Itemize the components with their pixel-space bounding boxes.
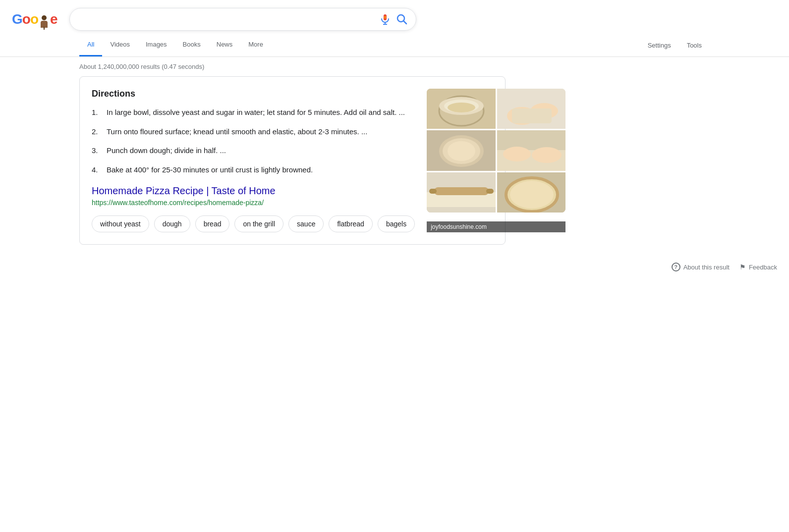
recipe-url: https://www.tasteofhome.com/recipes/home…: [92, 199, 415, 207]
svg-rect-25: [434, 187, 489, 195]
step-num-4: 4.: [92, 164, 102, 176]
footer: ? About this result ⚑ Feedback: [0, 255, 789, 279]
step-text-4: Bake at 400° for 25-30 minutes or until …: [107, 164, 313, 176]
step-4: 4. Bake at 400° for 25-30 minutes or unt…: [92, 164, 415, 176]
pill-sauce[interactable]: sauce: [288, 215, 324, 232]
step-1: 1. In large bowl, dissolve yeast and sug…: [92, 107, 415, 118]
recipe-image-3: [427, 130, 496, 170]
recipe-image-2: [497, 89, 566, 129]
tab-books[interactable]: Books: [175, 34, 209, 56]
step-text-1: In large bowl, dissolve yeast and sugar …: [107, 107, 405, 118]
svg-rect-14: [512, 108, 552, 123]
pill-bagels[interactable]: bagels: [378, 215, 415, 232]
recipe-images: joyfoodsunshine.com: [427, 89, 565, 232]
feedback-button[interactable]: ⚑ Feedback: [739, 263, 777, 271]
feedback-label: Feedback: [749, 264, 777, 271]
svg-rect-26: [429, 189, 437, 194]
recipe-image-5: [427, 172, 496, 213]
svg-point-10: [448, 103, 475, 112]
tools-link[interactable]: Tools: [679, 35, 710, 56]
step-num-2: 2.: [92, 126, 102, 138]
voice-search-icon[interactable]: [379, 13, 391, 25]
tab-images[interactable]: Images: [138, 34, 175, 56]
related-pills: without yeast dough bread on the grill s…: [92, 215, 415, 232]
step-3: 3. Punch down dough; divide in half. ...: [92, 145, 415, 157]
header: G o o e how to make pizza: [0, 0, 789, 31]
recipe-title-link[interactable]: Homemade Pizza Recipe | Taste of Home: [92, 185, 276, 196]
logo-g: G: [12, 11, 22, 27]
card-content: Directions 1. In large bowl, dissolve ye…: [92, 89, 415, 232]
directions-title: Directions: [92, 89, 415, 99]
svg-point-21: [503, 147, 531, 161]
svg-point-18: [448, 141, 475, 161]
recipe-image-6: [497, 172, 566, 213]
svg-line-5: [404, 21, 407, 24]
search-bar-container: how to make pizza: [69, 8, 416, 31]
about-this-result[interactable]: ? About this result: [672, 263, 730, 271]
pill-flatbread[interactable]: flatbread: [329, 215, 372, 232]
main-content: Directions 1. In large bowl, dissolve ye…: [0, 76, 545, 245]
logo-person-icon: [39, 11, 50, 28]
logo-o1: o: [22, 11, 30, 27]
recipe-image-1: [427, 89, 496, 129]
recipe-image-4: [497, 130, 566, 170]
pill-dough[interactable]: dough: [154, 215, 190, 232]
tab-videos[interactable]: Videos: [102, 34, 138, 56]
search-submit-icon[interactable]: [396, 13, 408, 25]
search-bar: how to make pizza: [69, 8, 416, 31]
svg-rect-3: [384, 16, 386, 19]
svg-point-30: [510, 181, 554, 209]
step-num-3: 3.: [92, 145, 102, 157]
results-count: About 1,240,000,000 results (0.47 second…: [0, 57, 789, 76]
svg-rect-27: [486, 189, 494, 194]
step-2: 2. Turn onto floured surface; knead unti…: [92, 126, 415, 138]
search-input[interactable]: how to make pizza: [78, 15, 374, 24]
svg-point-22: [532, 147, 562, 163]
step-text-3: Punch down dough; divide in half. ...: [107, 145, 226, 157]
tab-more[interactable]: More: [240, 34, 271, 56]
tab-news[interactable]: News: [209, 34, 241, 56]
image-source-label: joyfoodsunshine.com: [427, 221, 565, 232]
pill-bread[interactable]: bread: [195, 215, 230, 232]
logo-e: e: [50, 11, 57, 27]
google-logo: G o o e: [12, 11, 57, 28]
step-text-2: Turn onto floured surface; knead until s…: [107, 126, 367, 138]
featured-snippet-card: Directions 1. In large bowl, dissolve ye…: [79, 76, 506, 245]
pill-on-the-grill[interactable]: on the grill: [234, 215, 283, 232]
logo-o2: o: [30, 11, 38, 27]
images-grid: [427, 89, 565, 213]
about-label: About this result: [683, 264, 730, 271]
step-num-1: 1.: [92, 107, 102, 118]
directions-list: 1. In large bowl, dissolve yeast and sug…: [92, 107, 415, 175]
flag-icon: ⚑: [739, 263, 746, 271]
search-nav: All Videos Images Books News More Settin…: [0, 34, 789, 57]
settings-link[interactable]: Settings: [640, 35, 679, 56]
about-icon: ?: [672, 263, 680, 271]
tab-all[interactable]: All: [79, 34, 102, 56]
recipe-link-section: Homemade Pizza Recipe | Taste of Home ht…: [92, 185, 415, 207]
pill-without-yeast[interactable]: without yeast: [92, 215, 149, 232]
